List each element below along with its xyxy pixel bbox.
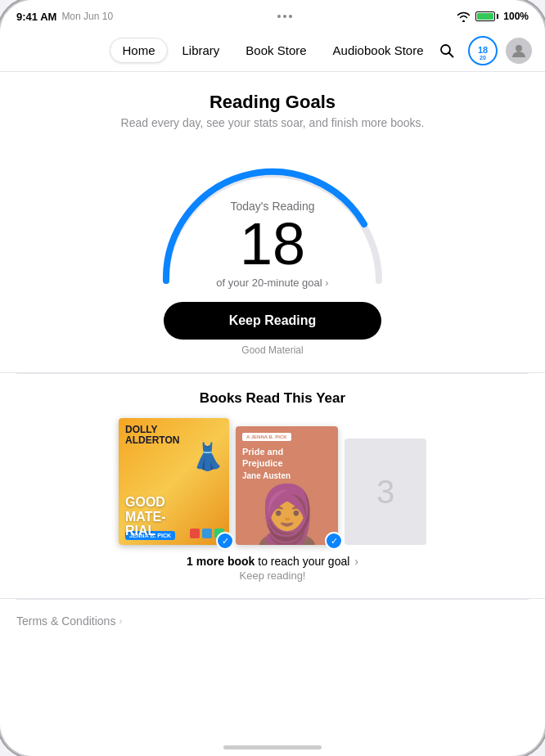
search-button[interactable] [434,38,460,64]
keep-reading-button[interactable]: Keep Reading [164,302,382,340]
reading-goals-subtitle: Read every day, see your stats soar, and… [16,116,529,129]
progress-number: 18 [478,46,488,55]
book2-figure: 🧕 [250,486,324,545]
nav-right: 18 20 [434,36,532,65]
book-cover-2: A JENNA B. PICK Pride andPrejudice Jane … [236,426,338,545]
nav-library[interactable]: Library [171,38,232,62]
book-item-2[interactable]: A JENNA B. PICK Pride andPrejudice Jane … [236,426,338,545]
books-section: Books Read This Year DOLLYALDERTON GOODM… [0,374,545,599]
reading-goals-title: Reading Goals [16,92,529,113]
nav-home[interactable]: Home [110,38,167,63]
goal-prefix: 1 more book [187,555,254,568]
ipad-frame: 9:41 AM Mon Jun 10 100% [0,0,545,756]
status-bar: 9:41 AM Mon Jun 10 100% [0,0,545,29]
book-cover-1: DOLLYALDERTON GOODMATE-RIAL 👗 [119,418,229,545]
status-time: 9:41 AM [16,11,56,23]
battery-indicator [475,11,498,21]
nav-bar: Home Library Book Store Audiobook Store … [0,29,545,72]
progress-total: 20 [480,55,486,61]
book-placeholder-3: 3 [345,439,426,545]
book2-badge: A JENNA B. PICK [242,433,291,441]
reading-gauge: Today's Reading 18 of your 20-minute goa… [142,146,403,289]
book-item-1[interactable]: DOLLYALDERTON GOODMATE-RIAL 👗 [119,418,229,545]
book1-author-name: DOLLYALDERTON [125,425,223,446]
wifi-icon [457,11,471,22]
goal-arrow: › [351,555,358,568]
books-grid: DOLLYALDERTON GOODMATE-RIAL 👗 [16,418,529,545]
book2-completed-check: ✓ [325,532,343,550]
terms-chevron: › [119,615,122,627]
svg-point-2 [516,45,522,52]
goal-suffix: to reach your goal [254,555,349,568]
terms-label: Terms & Conditions [16,614,115,628]
goal-text[interactable]: of your 20-minute goal › [216,277,328,289]
profile-button[interactable] [506,38,532,64]
gauge-content: Today's Reading 18 of your 20-minute goa… [216,200,328,289]
book1-title: GOODMATE-RIAL [125,495,165,538]
main-content: Reading Goals Read every day, see your s… [0,72,545,756]
status-date: Mon Jun 10 [61,11,113,22]
minutes-read: 18 [216,214,328,273]
current-book-label: Good Material [16,344,529,356]
person-icon [511,43,527,59]
terms-section: Terms & Conditions › [0,600,545,642]
reading-goals-section: Reading Goals Read every day, see your s… [0,72,545,373]
book2-title: Pride andPrejudice [242,446,331,470]
status-dots [277,15,292,18]
books-goal-text[interactable]: 1 more book to reach your goal › [16,555,529,568]
search-icon [439,43,455,59]
terms-link[interactable]: Terms & Conditions › [16,614,529,628]
reading-progress-badge[interactable]: 18 20 [468,36,498,65]
book2-author: Jane Austen [242,471,331,480]
nav-audiobook[interactable]: Audiobook Store [322,38,435,62]
books-section-title: Books Read This Year [16,390,529,407]
status-right: 100% [457,11,529,22]
books-keep-reading: Keep reading! [16,569,529,582]
home-indicator [223,745,322,749]
placeholder-number: 3 [376,474,394,511]
nav-bookstore[interactable]: Book Store [234,38,318,62]
battery-percent: 100% [503,11,529,22]
svg-line-1 [449,52,453,56]
goal-chevron: › [325,277,328,289]
